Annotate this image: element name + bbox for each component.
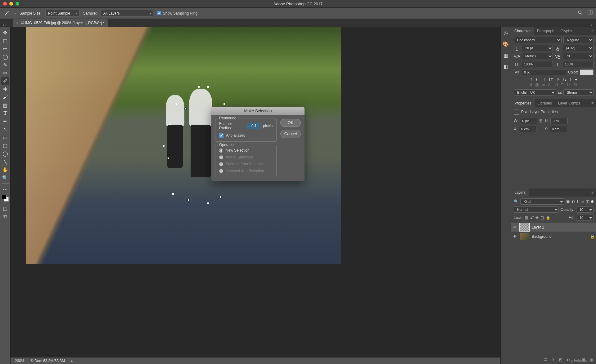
line-tool-icon[interactable]: ╲: [1, 158, 9, 165]
sample-layers-select[interactable]: All Layers: [101, 10, 153, 17]
lock-icon[interactable]: 🔒: [590, 234, 595, 239]
ok-button[interactable]: OK: [280, 119, 301, 127]
path-handle[interactable]: [207, 202, 209, 204]
font-style-select[interactable]: Regular: [563, 37, 594, 43]
tab-handle-right-icon[interactable]: ››: [589, 23, 593, 27]
underline-icon[interactable]: T: [570, 77, 572, 82]
doc-size[interactable]: © Doc: 63,3M/63,3M: [31, 359, 65, 363]
allcaps-icon[interactable]: TT: [541, 77, 545, 82]
adjustment-layer-icon[interactable]: ◐: [567, 357, 570, 362]
chevron-down-icon[interactable]: ▾: [14, 11, 16, 15]
panel-menu-icon[interactable]: ≡: [589, 190, 596, 195]
fractions-icon[interactable]: ½: [574, 83, 577, 88]
lock-pixels-icon[interactable]: 🖌: [530, 215, 534, 220]
tab-handle-left-icon[interactable]: ››: [3, 23, 7, 27]
path-handle[interactable]: [219, 196, 222, 198]
path-handle[interactable]: [169, 123, 171, 125]
lock-position-icon[interactable]: ✥: [535, 215, 539, 220]
filter-adjust-icon[interactable]: ◐: [571, 199, 575, 204]
path-handle[interactable]: [175, 103, 177, 105]
hand-tool-icon[interactable]: ✋: [1, 166, 9, 173]
path-handle[interactable]: [163, 145, 165, 147]
italic-icon[interactable]: T: [535, 77, 538, 82]
text-color-swatch[interactable]: [580, 69, 594, 75]
link-dims-icon[interactable]: ⛓: [539, 119, 543, 123]
cancel-button[interactable]: Cancel: [280, 130, 301, 138]
gradient-tool-icon[interactable]: ▤: [1, 101, 9, 109]
status-menu-icon[interactable]: ▸: [71, 359, 73, 363]
antialias-select[interactable]: Strong: [563, 89, 594, 95]
minimize-window-icon[interactable]: [9, 2, 13, 6]
tab-layer-comps[interactable]: Layer Comps: [555, 99, 583, 107]
path-select-tool-icon[interactable]: ↖: [1, 126, 9, 133]
bold-icon[interactable]: T: [530, 77, 532, 82]
screen-mode-icon[interactable]: ⧉: [1, 213, 9, 220]
lock-artboard-icon[interactable]: ◫: [540, 215, 544, 220]
filter-smart-icon[interactable]: ◫: [586, 199, 589, 204]
document-tab[interactable]: × © IMG_0529-Edit.jpg @ 200% (Layer 1, R…: [13, 19, 108, 27]
ellipse-tool-icon[interactable]: ◯: [1, 150, 9, 157]
lasso-tool-icon[interactable]: ◯: [1, 53, 9, 60]
move-tool-icon[interactable]: ✥: [1, 29, 9, 36]
layer-thumbnail[interactable]: [520, 224, 529, 231]
layer-fx-icon[interactable]: fx: [552, 357, 554, 362]
path-handle[interactable]: [223, 103, 225, 105]
filter-type-icon[interactable]: T: [576, 199, 579, 204]
stylistic-icon[interactable]: A: [548, 83, 550, 88]
path-handle[interactable]: [167, 157, 169, 159]
link-layers-icon[interactable]: ⛓: [544, 357, 547, 362]
strikethrough-icon[interactable]: T: [575, 77, 577, 82]
brush-tool-icon[interactable]: 🖌: [1, 93, 9, 101]
vscale-input[interactable]: [522, 61, 553, 67]
op-new-selection-radio[interactable]: New Selection: [219, 148, 273, 153]
tab-glyphs[interactable]: Glyphs: [558, 27, 575, 35]
subscript-icon[interactable]: T₁: [563, 77, 567, 82]
kerning-select[interactable]: Metrics: [522, 53, 553, 59]
search-icon[interactable]: [577, 10, 583, 16]
path-handle[interactable]: [207, 86, 209, 88]
adjustments-panel-icon[interactable]: ◧: [502, 63, 509, 70]
panel-menu-icon[interactable]: ≡: [589, 29, 596, 33]
visibility-toggle-icon[interactable]: 👁: [512, 234, 517, 239]
font-family-select[interactable]: Chalkboard: [514, 37, 562, 43]
layer-name[interactable]: Layer 1: [532, 225, 544, 229]
color-swatch[interactable]: [2, 195, 9, 202]
close-window-icon[interactable]: [3, 2, 7, 6]
blend-mode-select[interactable]: Normal: [514, 206, 559, 213]
swatches-panel-icon[interactable]: 🎨: [502, 41, 509, 47]
zoom-window-icon[interactable]: [16, 2, 19, 6]
path-handle[interactable]: [198, 86, 200, 88]
language-select[interactable]: English: UK: [514, 89, 556, 95]
width-input[interactable]: [520, 118, 537, 124]
tab-layers[interactable]: Layers: [511, 189, 529, 197]
rounded-rect-tool-icon[interactable]: ▢: [1, 142, 9, 149]
crop-tool-icon[interactable]: ✂: [1, 69, 9, 77]
tab-properties[interactable]: Properties: [511, 99, 535, 107]
layer-mask-icon[interactable]: ◩: [559, 357, 562, 362]
tracking-select[interactable]: 70: [563, 53, 594, 59]
feather-radius-input[interactable]: [247, 123, 260, 129]
leading-select[interactable]: (Auto): [563, 45, 594, 51]
path-handle[interactable]: [172, 193, 174, 195]
layer-name[interactable]: Background: [532, 234, 552, 239]
filter-pixel-icon[interactable]: ▣: [566, 199, 570, 204]
show-sampling-ring-checkbox[interactable]: Show Sampling Ring: [157, 11, 197, 16]
fill-select[interactable]: 100%: [576, 215, 594, 221]
sample-size-select[interactable]: Point Sample: [45, 10, 79, 17]
y-input[interactable]: [550, 126, 567, 132]
history-panel-icon[interactable]: ◷: [502, 29, 509, 36]
superscript-icon[interactable]: T¹: [556, 77, 559, 82]
current-tool-icon[interactable]: [3, 10, 11, 17]
height-input[interactable]: [550, 118, 568, 124]
panel-menu-icon[interactable]: ≡: [589, 101, 596, 105]
contextual-icon[interactable]: ⓞ: [535, 83, 539, 88]
oldstyle-icon[interactable]: 1ˢᵗ: [566, 83, 571, 88]
marquee-tool-icon[interactable]: ▭: [1, 45, 9, 52]
font-size-select[interactable]: 20 pt: [522, 45, 553, 51]
pen-tool-icon[interactable]: ✒: [1, 118, 9, 125]
artboard-tool-icon[interactable]: ◫: [1, 37, 9, 44]
visibility-toggle-icon[interactable]: 👁: [512, 225, 517, 229]
quick-mask-icon[interactable]: ◫: [1, 205, 9, 212]
tab-paragraph[interactable]: Paragraph: [534, 27, 558, 35]
zoom-level[interactable]: 200%: [15, 359, 25, 363]
